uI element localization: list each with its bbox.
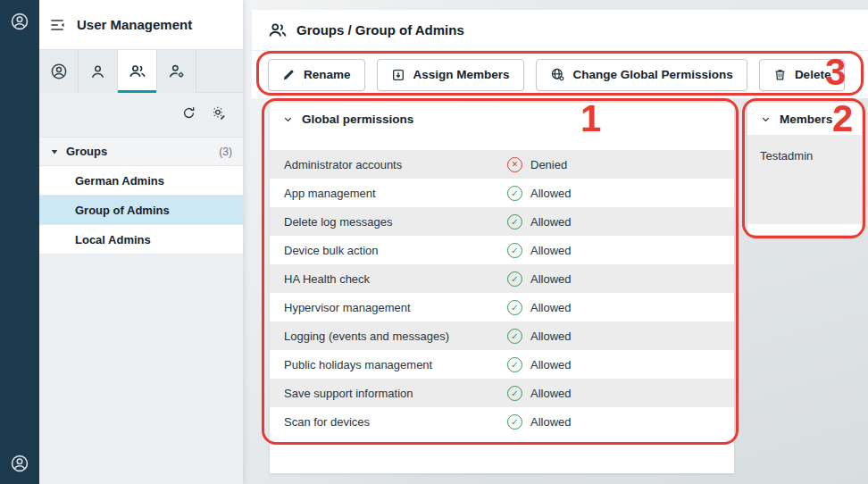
permission-row: Hypervisor management Allowed [270,293,734,321]
allowed-icon [507,186,522,201]
permission-row: App management Allowed [270,179,734,207]
change-global-permissions-label: Change Global Permissions [573,68,733,81]
denied-icon [507,157,522,172]
allowed-icon [507,214,522,229]
permission-status: Allowed [507,329,572,344]
status-text: Allowed [530,187,572,200]
toolbar: Rename Assign Members Change Global Perm… [252,50,868,98]
groups-icon [268,21,288,40]
tree-item-local-admins[interactable]: Local Admins [39,225,243,255]
profile-icon[interactable] [10,454,29,473]
change-global-permissions-button[interactable]: Change Global Permissions [536,59,747,91]
members-panel-title: Members [780,113,832,126]
permission-status: Allowed [507,214,572,229]
permission-label: Save support information [284,387,507,400]
allowed-icon [507,357,522,372]
tab-users[interactable] [79,50,118,93]
breadcrumb: Groups / Group of Admins [296,22,464,38]
permission-label: HA Health check [284,272,507,286]
permission-status: Denied [507,157,567,172]
sidebar-title: User Management [77,17,192,32]
sidebar-tabs [39,50,243,93]
tab-groups[interactable] [118,50,157,93]
caret-down-icon [50,147,59,156]
allowed-icon [507,386,522,401]
permission-row: Scan for devices Allowed [270,407,734,436]
permission-status: Allowed [507,186,572,201]
members-panel-header[interactable]: Members [747,103,862,135]
delete-label: Delete [795,68,831,81]
permission-label: Delete log messages [284,215,507,229]
globe-gear-icon [550,67,565,82]
tab-roles[interactable] [157,50,196,93]
trash-icon [773,68,787,81]
permission-status: Allowed [507,414,572,430]
assign-members-icon [391,68,405,82]
permission-label: Device bulk action [284,244,507,257]
tree-item-label: Local Admins [75,233,151,246]
status-text: Allowed [530,244,572,257]
permission-label: Hypervisor management [284,301,507,314]
person-gear-icon [168,63,186,80]
sidebar-header: User Management [39,0,243,50]
rename-label: Rename [304,68,351,81]
account-circle-icon[interactable] [10,12,29,31]
permission-row: Save support information Allowed [270,379,734,407]
person-badge-icon [50,63,68,80]
permission-row: Logging (events and messages) Allowed [270,321,734,350]
permission-status: Allowed [507,243,572,258]
members-panel: Members Testadmin [747,103,862,235]
allowed-icon [507,300,522,315]
delete-button[interactable]: Delete [759,59,846,91]
sidebar-actions [39,93,243,132]
allowed-icon [507,271,522,287]
refresh-icon[interactable] [181,105,196,121]
groups-tree: Groups (3) German Admins Group of Admins… [39,137,243,255]
status-text: Allowed [530,301,572,314]
tab-user-accounts[interactable] [39,50,79,93]
permission-label: Administrator accounts [284,158,507,171]
permission-row: Delete log messages Allowed [270,207,734,236]
rename-button[interactable]: Rename [268,59,365,91]
status-text: Allowed [530,415,572,429]
permission-status: Allowed [507,271,572,287]
permission-row: Device bulk action Allowed [270,236,734,264]
tree-item-german-admins[interactable]: German Admins [39,166,243,196]
chevron-down-icon [760,113,772,125]
status-text: Allowed [530,358,572,371]
sidebar: User Management [39,0,243,484]
assign-members-label: Assign Members [413,68,510,81]
member-item[interactable]: Testadmin [760,149,849,163]
allowed-icon [507,243,522,258]
permission-label: Scan for devices [284,415,507,429]
group-count-badge: (3) [219,146,232,158]
status-text: Allowed [530,272,572,286]
permissions-panel-header[interactable]: Global permissions [270,103,734,135]
permission-label: Public holidays management [284,358,507,371]
chevron-down-icon [282,113,294,125]
allowed-icon [507,414,522,430]
tree-root-label: Groups [66,145,107,158]
permissions-panel: Global permissions Administrator account… [270,103,734,473]
permission-label: Logging (events and messages) [284,330,507,343]
tree-group-header[interactable]: Groups (3) [39,137,243,166]
tree-item-group-of-admins[interactable]: Group of Admins [39,196,243,225]
assign-members-button[interactable]: Assign Members [377,59,524,91]
permissions-panel-title: Global permissions [302,113,413,126]
edit-settings-icon[interactable] [211,104,227,121]
permission-status: Allowed [507,386,572,401]
allowed-icon [507,329,522,344]
tree-item-label: Group of Admins [75,204,170,217]
app-rail [0,0,39,484]
pencil-icon [282,68,296,81]
permissions-list: Administrator accounts Denied App manage… [270,150,734,436]
page-header: Groups / Group of Admins [252,10,868,50]
permission-row: HA Health check Allowed [270,264,734,293]
collapse-sidebar-icon[interactable] [48,16,66,34]
main-content: Groups / Group of Admins Rename Assign M… [243,0,868,484]
members-list: Testadmin [747,135,862,224]
permission-status: Allowed [507,300,572,315]
status-text: Denied [530,158,567,171]
permission-label: App management [284,187,507,200]
status-text: Allowed [530,387,572,400]
